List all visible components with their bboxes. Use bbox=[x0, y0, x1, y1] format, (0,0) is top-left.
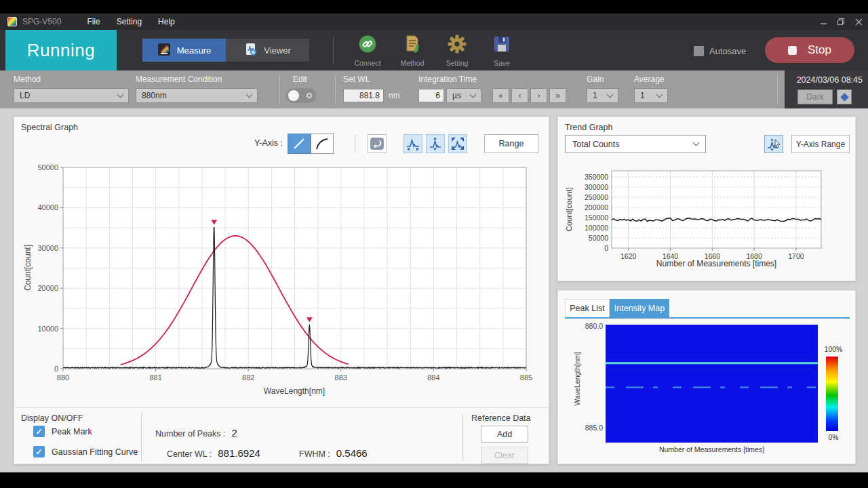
toolbar-divider bbox=[333, 37, 334, 64]
peak-mark-checkbox[interactable]: ✓ bbox=[33, 426, 45, 437]
num-peaks-value: 2 bbox=[232, 427, 237, 439]
peak-mark-row: ✓ Peak Mark bbox=[33, 426, 92, 437]
svg-text:40000: 40000 bbox=[37, 203, 58, 211]
trend-source-value: Total Counts bbox=[572, 140, 619, 149]
step-back-all-button[interactable]: « bbox=[492, 88, 509, 103]
dark-button[interactable]: Dark bbox=[797, 89, 833, 104]
peak-fit-expand-icon bbox=[450, 136, 465, 151]
spectral-panel-title: Spectral Graph bbox=[21, 123, 78, 132]
add-button[interactable]: Add bbox=[481, 426, 528, 443]
fit-vertical-button[interactable] bbox=[426, 134, 445, 153]
fwhm-value: 0.5466 bbox=[336, 447, 368, 459]
y-axis-linear-button[interactable] bbox=[288, 134, 311, 154]
gain-label: Gain bbox=[587, 75, 604, 84]
heatmap-y-bottom-tick: 885.0 bbox=[576, 424, 603, 432]
heatmap-y-axis-label: WaveLength[nm] bbox=[573, 345, 581, 413]
chevron-down-icon bbox=[607, 91, 614, 98]
restore-icon[interactable] bbox=[837, 18, 845, 26]
edit-toggle[interactable] bbox=[286, 88, 316, 103]
spectral-graph-panel: Spectral Graph Y-Axis : bbox=[14, 117, 549, 464]
status-indicator: Running bbox=[5, 30, 117, 70]
title-bar: SPG-V500 File Setting Help bbox=[0, 14, 868, 30]
minimize-icon[interactable] bbox=[819, 18, 827, 26]
menu-file[interactable]: File bbox=[80, 16, 106, 28]
svg-text:1620: 1620 bbox=[620, 252, 637, 260]
average-select[interactable]: 1 bbox=[634, 88, 668, 103]
method-select[interactable]: LD bbox=[14, 88, 129, 103]
tab-measure[interactable]: Measure bbox=[142, 39, 226, 62]
peak-intensity-panel: Peak List Intensity Map WaveLength[nm] 8… bbox=[557, 290, 856, 464]
setting-button[interactable]: Setting bbox=[437, 35, 477, 67]
set-wl-input[interactable]: 881.8 bbox=[343, 89, 384, 102]
set-wl-label: Set WL bbox=[343, 75, 370, 84]
viewer-tab-label: Viewer bbox=[264, 45, 291, 56]
connect-icon bbox=[358, 35, 377, 56]
colorbar-min-label: 0% bbox=[820, 433, 847, 441]
connect-button[interactable]: Connect bbox=[348, 35, 387, 67]
svg-text:20000: 20000 bbox=[37, 284, 58, 292]
reset-zoom-button[interactable] bbox=[368, 134, 387, 153]
tab-peak-list[interactable]: Peak List bbox=[565, 299, 610, 317]
average-value: 1 bbox=[640, 91, 645, 100]
svg-text:0: 0 bbox=[604, 244, 608, 252]
setting-label: Setting bbox=[446, 59, 469, 67]
stop-button[interactable]: Stop bbox=[765, 37, 854, 63]
integration-unit-select[interactable]: µs bbox=[446, 88, 481, 103]
range-button[interactable]: Range bbox=[484, 134, 538, 153]
method-bar-divider bbox=[777, 75, 778, 104]
integration-input[interactable]: 6 bbox=[418, 89, 444, 102]
method-bar: Method LD Measurement Condition 880nm Ed… bbox=[0, 70, 868, 108]
step-forward-button[interactable]: › bbox=[530, 88, 547, 103]
y-axis-range-button[interactable]: Y-Axis Range bbox=[791, 135, 850, 153]
heatmap-x-axis-label: Number of Measurements [times] bbox=[606, 445, 818, 453]
num-peaks-label: Number of Peaks : bbox=[155, 429, 226, 439]
method-field-label: Method bbox=[14, 75, 41, 84]
y-axis-log-button[interactable] bbox=[311, 134, 334, 154]
fit-both-button[interactable] bbox=[448, 134, 467, 153]
gaussian-label: Gaussian Fitting Curve bbox=[52, 447, 138, 457]
step-back-button[interactable]: ‹ bbox=[511, 88, 528, 103]
edit-label: Edit bbox=[293, 75, 307, 84]
toolbar: Running Measure View bbox=[0, 30, 868, 70]
svg-text:200000: 200000 bbox=[585, 203, 608, 211]
clear-button[interactable]: Clear bbox=[481, 447, 528, 464]
gaussian-checkbox[interactable]: ✓ bbox=[33, 446, 45, 458]
center-wl-row: Center WL : 881.6924 bbox=[167, 447, 260, 459]
tab-viewer[interactable]: Viewer bbox=[226, 39, 309, 62]
trend-fit-button[interactable] bbox=[764, 135, 783, 153]
method-bar-divider bbox=[279, 75, 280, 104]
trend-graph-panel: Trend Graph Total Counts Y-Axis Range 16… bbox=[557, 117, 856, 281]
save-icon bbox=[492, 35, 511, 56]
display-onoff-label: Display ON/OFF bbox=[21, 413, 83, 423]
menu-help[interactable]: Help bbox=[151, 16, 182, 28]
condition-field-label: Measurement Condition bbox=[136, 75, 222, 84]
chevron-down-icon bbox=[117, 91, 124, 98]
peak-mark-label: Peak Mark bbox=[52, 427, 92, 436]
step-forward-all-button[interactable]: » bbox=[549, 88, 566, 103]
close-icon[interactable] bbox=[854, 18, 863, 26]
trend-source-select[interactable]: Total Counts bbox=[565, 135, 706, 153]
svg-text:100000: 100000 bbox=[585, 224, 608, 232]
gain-select[interactable]: 1 bbox=[587, 88, 618, 103]
svg-text:882: 882 bbox=[242, 373, 254, 382]
svg-text:Count[count]: Count[count] bbox=[565, 187, 573, 231]
bottom-divider bbox=[141, 413, 142, 461]
tab-intensity-map[interactable]: Intensity Map bbox=[610, 299, 669, 317]
peak-cursor-icon bbox=[766, 137, 781, 152]
dark-status-button[interactable] bbox=[837, 89, 852, 104]
save-button[interactable]: Save bbox=[482, 35, 521, 67]
fit-horizontal-button[interactable] bbox=[403, 134, 422, 153]
chevron-down-icon bbox=[246, 91, 253, 98]
condition-select[interactable]: 880nm bbox=[136, 88, 258, 103]
method-button[interactable]: Method bbox=[393, 35, 432, 67]
condition-select-value: 880nm bbox=[142, 91, 167, 100]
chevron-down-icon bbox=[656, 91, 663, 98]
colorbar-max-label: 100% bbox=[820, 345, 847, 353]
menu-bar: File Setting Help bbox=[80, 16, 181, 28]
gear-icon bbox=[448, 35, 467, 56]
svg-text:0: 0 bbox=[54, 365, 58, 373]
autosave-checkbox[interactable] bbox=[694, 46, 704, 56]
num-peaks-row: Number of Peaks : 2 bbox=[155, 427, 237, 439]
connect-label: Connect bbox=[354, 59, 380, 67]
menu-setting[interactable]: Setting bbox=[110, 16, 149, 28]
